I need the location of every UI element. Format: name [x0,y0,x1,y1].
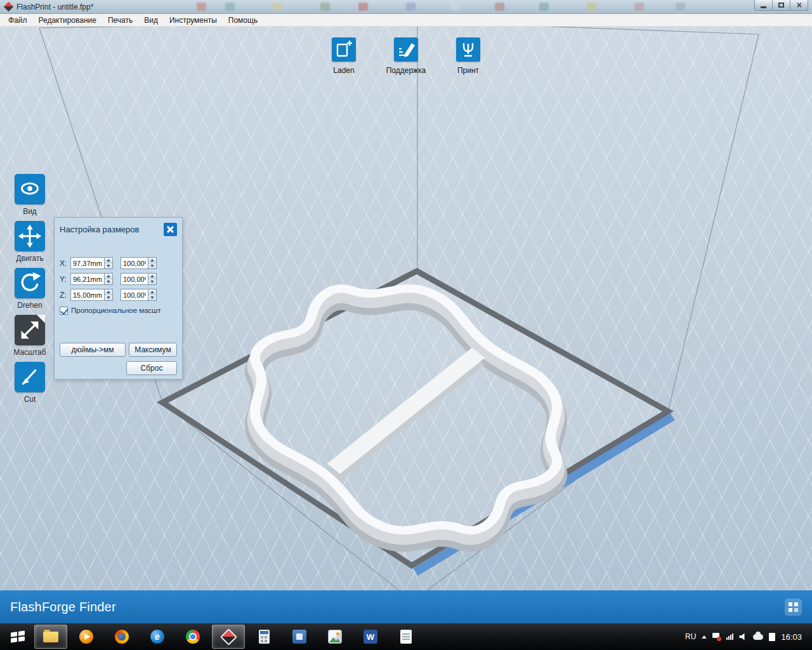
volume-icon[interactable] [739,633,747,640]
notepad-icon [400,630,412,644]
titlebar-glass-reflections [0,0,812,13]
taskbar-item-explorer[interactable] [34,625,67,649]
spin-up[interactable] [105,274,112,279]
flashprint-app-icon [4,2,14,12]
scale-label: Масштаб [13,348,46,357]
action-center-flag-icon[interactable] [712,633,721,641]
x-percent-input[interactable] [121,258,148,269]
eye-icon [15,173,45,205]
cut-button[interactable] [15,362,45,392]
menu-view[interactable]: Вид [138,15,164,26]
axis-x-label: X: [60,259,70,268]
x-size-spinner [104,258,112,269]
maximum-button[interactable]: Максимум [129,343,177,357]
chrome-icon [186,630,200,644]
taskbar-item-notepad[interactable] [390,625,422,649]
language-indicator[interactable]: RU [685,632,696,641]
flashprint-icon [220,628,237,646]
network-signal-icon[interactable] [726,633,733,640]
rotate-button[interactable] [15,268,45,298]
taskbar-item-word[interactable]: W [354,625,387,649]
supports-button[interactable] [394,37,418,62]
taskbar-item-chrome[interactable] [176,625,209,649]
spin-up[interactable] [148,274,156,279]
taskbar-item-browser[interactable]: e [141,625,174,649]
spin-down[interactable] [105,295,112,300]
menu-help[interactable]: Помощь [223,15,263,26]
taskbar-item-blue-app[interactable] [283,625,316,649]
tool-rotate: Drehen [11,268,48,310]
spin-down[interactable] [148,279,156,284]
move-label: Двигать [16,254,43,263]
taskbar: e W RU 16:03 [0,623,812,650]
window-title: FlashPrint - untitle.fpp* [16,3,93,11]
firefox-icon [115,630,129,644]
spin-down[interactable] [105,279,112,284]
scale-row-x: X: [60,257,177,269]
print-button[interactable] [456,37,480,62]
spin-down[interactable] [148,263,156,269]
clock[interactable]: 16:03 [781,632,802,642]
view-label: Вид [23,207,37,216]
spin-up[interactable] [148,289,156,295]
dialog-title: Настройка размеров [60,223,139,234]
taskbar-item-calculator[interactable] [247,625,280,649]
load-file-icon [332,37,356,62]
cut-label: Cut [24,395,36,404]
reset-button[interactable]: Сброс [126,361,177,375]
scale-settings-dialog: Настройка размеров X: Y: [54,217,183,380]
inches-to-mm-button[interactable]: дюймы->мм [60,343,126,357]
titlebar[interactable]: FlashPrint - untitle.fpp* × [0,0,812,14]
taskbar-item-media-player[interactable] [70,625,103,649]
taskbar-item-image-viewer[interactable] [318,625,351,649]
menu-print[interactable]: Печать [102,15,138,26]
supports-label: Поддержка [386,66,426,75]
taskbar-item-firefox[interactable] [105,625,138,649]
viewport-3d[interactable]: Laden Поддержка [0,27,812,590]
view-button[interactable] [15,174,45,204]
spin-up[interactable] [148,258,156,263]
x-percent-spinner [148,258,156,269]
tray-app-icon[interactable] [769,633,775,641]
load-button[interactable] [332,37,356,62]
y-size-input[interactable] [71,274,104,284]
scale-button[interactable] [15,315,45,345]
y-size-spinner [104,274,112,284]
proportional-checkbox[interactable] [60,307,68,315]
move-arrows-icon [15,220,45,252]
browser-icon: e [150,630,164,644]
printer-name: FlashForge Finder [10,600,116,614]
minimize-button[interactable] [754,0,773,11]
menu-edit[interactable]: Редактирование [33,15,102,26]
move-button[interactable] [15,221,45,251]
start-button[interactable] [3,623,33,650]
system-tray: RU 16:03 [685,632,809,642]
axis-z-label: Z: [60,291,70,300]
z-percent-spinner [148,289,156,300]
rotate-label: Drehen [17,301,42,310]
spin-up[interactable] [105,289,112,295]
menu-file[interactable]: Файл [3,15,33,26]
media-player-icon [79,630,93,644]
x-size-input[interactable] [71,258,104,269]
z-size-spinner [104,289,112,300]
y-percent-input[interactable] [121,274,148,284]
scale-row-y: Y: [60,273,177,285]
printer-grid-icon[interactable] [785,599,802,616]
taskbar-item-flashprint[interactable] [212,625,245,649]
cloud-sync-icon[interactable] [753,634,763,640]
tray-expand-icon[interactable] [702,635,707,639]
z-percent-input[interactable] [121,289,148,300]
spin-up[interactable] [105,258,112,263]
menu-tools[interactable]: Инструменты [164,15,223,26]
cut-blade-icon [15,361,45,393]
spin-down[interactable] [105,263,112,269]
tool-view: Вид [11,174,48,216]
maximize-button[interactable] [772,0,790,11]
dialog-close-icon[interactable] [164,223,177,236]
rotate-icon [15,267,45,299]
close-button[interactable]: × [790,0,808,11]
z-size-input[interactable] [71,289,104,300]
image-viewer-icon [328,630,342,644]
spin-down[interactable] [148,295,156,300]
